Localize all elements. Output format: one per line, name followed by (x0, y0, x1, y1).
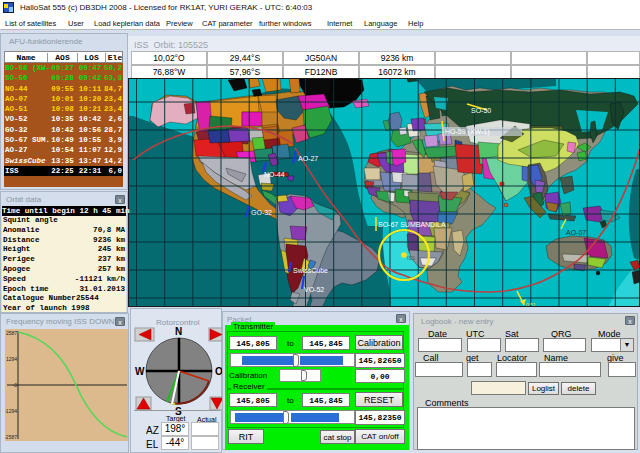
svg-text:AO-07: AO-07 (566, 229, 586, 236)
svg-text:HO-59 (XW-1): HO-59 (XW-1) (445, 128, 490, 136)
svg-text:ISS: ISS (407, 255, 416, 261)
svg-text:-0: -0 (13, 382, 18, 388)
svg-text:SwissCube: SwissCube (293, 267, 328, 274)
svg-text:NO-44: NO-44 (264, 171, 285, 178)
svg-text:VO-52: VO-52 (304, 286, 324, 293)
svg-text:GO-32: GO-32 (251, 209, 272, 216)
svg-text:1294: 1294 (6, 356, 17, 362)
svg-text:-2587: -2587 (5, 434, 17, 440)
svg-text:AO-27: AO-27 (298, 155, 318, 162)
svg-text:N: N (175, 326, 182, 337)
svg-text:SO-50: SO-50 (471, 107, 491, 114)
svg-text:2587: 2587 (6, 330, 17, 336)
svg-text:SO-67 SUMBANDILA: SO-67 SUMBANDILA (378, 221, 446, 228)
svg-text:W: W (135, 366, 145, 377)
svg-text:-1294: -1294 (5, 408, 17, 414)
